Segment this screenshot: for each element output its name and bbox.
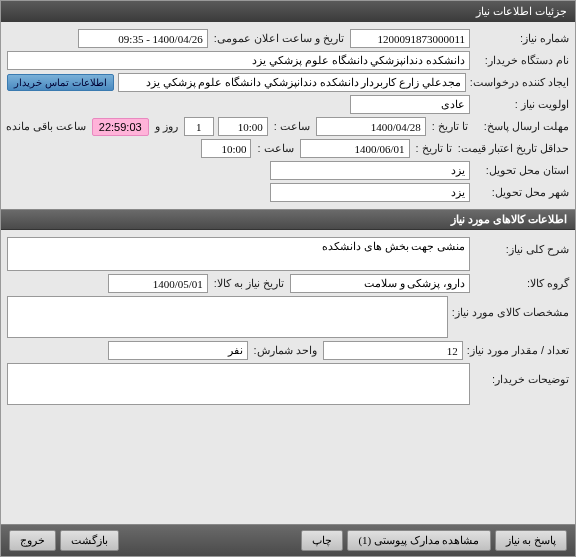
- print-button[interactable]: چاپ: [301, 530, 343, 551]
- days-and-label: روز و: [153, 120, 180, 133]
- spec-label: مشخصات کالای مورد نیاز:: [452, 296, 569, 319]
- qty-label: تعداد / مقدار مورد نیاز:: [467, 344, 569, 357]
- group-input[interactable]: [290, 274, 470, 293]
- buyer-notes-textarea[interactable]: [7, 363, 470, 405]
- delivery-city-label: شهر محل تحویل:: [474, 186, 569, 199]
- delivery-province-label: استان محل تحویل:: [474, 164, 569, 177]
- need-number-input[interactable]: [350, 29, 470, 48]
- attachments-button[interactable]: مشاهده مدارک پیوستی (1): [347, 530, 490, 551]
- window-titlebar: جزئیات اطلاعات نیاز: [1, 1, 575, 22]
- deadline-date-input[interactable]: [316, 117, 426, 136]
- requester-input[interactable]: [118, 73, 466, 92]
- time-remaining-value: 22:59:03: [92, 118, 149, 136]
- price-date-input[interactable]: [300, 139, 410, 158]
- desc-textarea[interactable]: [7, 237, 470, 271]
- price-to-date-label: تا تاریخ :: [414, 142, 454, 155]
- to-date-label: تا تاریخ :: [430, 120, 470, 133]
- priority-input[interactable]: [350, 95, 470, 114]
- deadline-time-label: ساعت :: [272, 120, 312, 133]
- qty-input[interactable]: [323, 341, 463, 360]
- buyer-contact-button[interactable]: اطلاعات تماس خریدار: [7, 74, 114, 91]
- buyer-org-label: نام دستگاه خریدار:: [474, 54, 569, 67]
- priority-label: اولویت نیاز :: [474, 98, 569, 111]
- need-info-section: شماره نیاز: تاریخ و ساعت اعلان عمومی: نا…: [1, 22, 575, 209]
- group-label: گروه کالا:: [474, 277, 569, 290]
- window-title: جزئیات اطلاعات نیاز: [476, 5, 567, 17]
- requester-label: ایجاد کننده درخواست:: [470, 76, 569, 89]
- deadline-time-input[interactable]: [218, 117, 268, 136]
- delivery-city-input[interactable]: [270, 183, 470, 202]
- spec-textarea[interactable]: [7, 296, 448, 338]
- need-date-input[interactable]: [108, 274, 208, 293]
- need-number-label: شماره نیاز:: [474, 32, 569, 45]
- unit-label: واحد شمارش:: [252, 344, 319, 357]
- respond-button[interactable]: پاسخ به نیاز: [495, 530, 568, 551]
- buyer-org-input[interactable]: [7, 51, 470, 70]
- goods-section-header: اطلاعات کالاهای مورد نیاز: [1, 209, 575, 230]
- price-time-label: ساعت :: [255, 142, 295, 155]
- back-button[interactable]: بازگشت: [60, 530, 119, 551]
- need-date-label: تاریخ نیاز به کالا:: [212, 277, 286, 290]
- price-validity-label: حداقل تاریخ اعتبار قیمت:: [458, 142, 569, 155]
- price-time-input[interactable]: [201, 139, 251, 158]
- desc-label: شرح کلی نیاز:: [474, 237, 569, 256]
- days-remaining-input: [184, 117, 214, 136]
- goods-section: شرح کلی نیاز: گروه کالا: تاریخ نیاز به ک…: [1, 230, 575, 412]
- button-bar: پاسخ به نیاز مشاهده مدارک پیوستی (1) چاپ…: [1, 524, 575, 556]
- need-details-window: جزئیات اطلاعات نیاز شماره نیاز: تاریخ و …: [0, 0, 576, 557]
- unit-input[interactable]: [108, 341, 248, 360]
- announce-label: تاریخ و ساعت اعلان عمومی:: [212, 32, 346, 45]
- buyer-notes-label: توضیحات خریدار:: [474, 363, 569, 386]
- remaining-label: ساعت باقی مانده: [4, 120, 88, 133]
- announce-date-input[interactable]: [78, 29, 208, 48]
- delivery-province-input[interactable]: [270, 161, 470, 180]
- exit-button[interactable]: خروج: [9, 530, 56, 551]
- deadline-label: مهلت ارسال پاسخ:: [474, 120, 569, 133]
